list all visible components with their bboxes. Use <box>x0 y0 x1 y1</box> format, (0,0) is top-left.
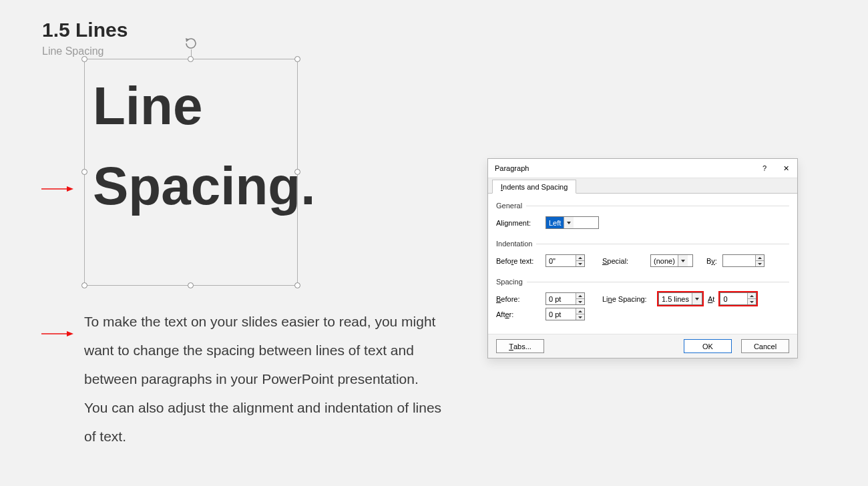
by-value <box>723 255 755 266</box>
dialog-title: Paragraph <box>495 159 529 178</box>
at-value: 0 <box>720 293 747 304</box>
page-subtitle: Line Spacing <box>42 45 104 57</box>
help-button[interactable]: ? <box>760 159 769 178</box>
svg-marker-1 <box>67 186 73 192</box>
spin-up-icon[interactable] <box>576 255 584 261</box>
resize-handle-ml[interactable] <box>81 169 87 175</box>
by-spinner[interactable] <box>722 254 765 267</box>
resize-handle-br[interactable] <box>294 282 300 288</box>
selected-text-box[interactable]: Line Spacing. <box>84 59 298 286</box>
group-general-legend: General <box>496 202 526 210</box>
spin-down-icon[interactable] <box>576 299 584 304</box>
cancel-button[interactable]: Cancel <box>741 339 789 353</box>
spin-up-icon[interactable] <box>576 308 584 314</box>
special-label: Special: <box>602 257 645 265</box>
by-label: By: <box>706 257 717 265</box>
dialog-footer: Tabs... OK Cancel <box>488 334 797 358</box>
group-spacing: Spacing Before: 0 pt Line Spacing: 1.5 l… <box>496 278 789 324</box>
group-spacing-legend: Spacing <box>496 278 527 286</box>
resize-handle-mr[interactable] <box>294 169 300 175</box>
dialog-tabstrip: Indents and Spacing <box>488 178 797 194</box>
resize-handle-bl[interactable] <box>81 282 87 288</box>
resize-handle-bm[interactable] <box>188 282 194 288</box>
resize-handle-tl[interactable] <box>81 56 87 62</box>
chevron-down-icon[interactable] <box>692 293 702 304</box>
dialog-titlebar[interactable]: Paragraph ? ✕ <box>488 159 797 178</box>
spin-down-icon[interactable] <box>756 261 764 266</box>
alignment-select[interactable]: Left <box>546 216 599 229</box>
spacing-after-label: After: <box>496 310 540 318</box>
resize-handle-tr[interactable] <box>294 56 300 62</box>
close-button[interactable]: ✕ <box>781 159 791 178</box>
page-title: 1.5 Lines <box>42 19 128 41</box>
chevron-down-icon[interactable] <box>678 255 688 266</box>
spacing-before-value: 0 pt <box>546 293 576 304</box>
spacing-before-label: Before: <box>496 295 540 303</box>
group-indentation-legend: Indentation <box>496 240 536 248</box>
spin-down-icon[interactable] <box>576 314 584 320</box>
body-paragraph: To make the text on your slides easier t… <box>84 307 445 451</box>
group-general: General Alignment: Left <box>496 202 789 233</box>
textbox-line-2: Spacing. <box>93 146 289 226</box>
at-spinner[interactable]: 0 <box>720 292 756 305</box>
alignment-label: Alignment: <box>496 219 540 227</box>
spin-up-icon[interactable] <box>576 293 584 299</box>
textbox-line-1: Line <box>93 66 289 146</box>
chevron-down-icon[interactable] <box>564 217 574 228</box>
special-select[interactable]: (none) <box>650 254 693 267</box>
svg-marker-3 <box>67 331 73 336</box>
paragraph-dialog: Paragraph ? ✕ Indents and Spacing Genera… <box>487 158 798 358</box>
spin-down-icon[interactable] <box>576 261 584 266</box>
line-spacing-value: 1.5 lines <box>659 293 692 304</box>
rotate-handle-icon[interactable] <box>183 35 199 51</box>
alignment-value: Left <box>546 217 564 228</box>
tab-indents-and-spacing[interactable]: Indents and Spacing <box>492 180 576 194</box>
ok-button[interactable]: OK <box>684 339 732 353</box>
before-text-label: Before text: <box>496 257 540 265</box>
group-indentation: Indentation Before text: 0" Special: (no… <box>496 240 789 271</box>
at-label: At <box>708 295 714 303</box>
spin-up-icon[interactable] <box>756 255 764 261</box>
line-spacing-label: Line Spacing: <box>602 295 653 303</box>
spacing-after-value: 0 pt <box>546 308 576 320</box>
tabs-button[interactable]: Tabs... <box>496 339 544 353</box>
line-spacing-select[interactable]: 1.5 lines <box>658 292 702 305</box>
before-text-spinner[interactable]: 0" <box>546 254 585 267</box>
special-value: (none) <box>651 255 678 266</box>
spacing-after-spinner[interactable]: 0 pt <box>546 308 585 320</box>
spin-up-icon[interactable] <box>748 293 756 299</box>
spin-down-icon[interactable] <box>748 299 756 304</box>
textbox-content[interactable]: Line Spacing. <box>85 59 297 226</box>
tab-label: Indents and Spacing <box>501 183 568 191</box>
resize-handle-tm[interactable] <box>188 56 194 62</box>
spacing-before-spinner[interactable]: 0 pt <box>546 292 585 305</box>
arrow-indicator-2 <box>41 330 73 337</box>
dialog-body: General Alignment: Left Indentation Befo… <box>488 194 797 335</box>
arrow-indicator-1 <box>41 186 73 192</box>
before-text-value: 0" <box>546 255 576 266</box>
